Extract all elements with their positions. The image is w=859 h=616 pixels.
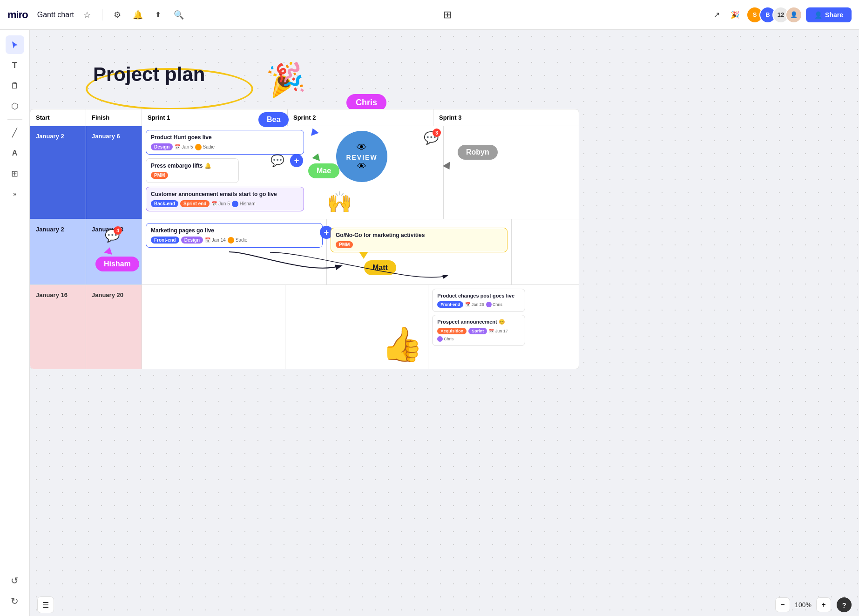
- settings-icon[interactable]: ⚙: [110, 7, 125, 22]
- help-button[interactable]: ?: [837, 597, 852, 612]
- star-icon[interactable]: ☆: [80, 7, 95, 22]
- zoom-out-button[interactable]: −: [775, 597, 790, 612]
- divider: [102, 9, 102, 20]
- col-header-start: Start: [30, 109, 86, 126]
- task-prospect-announcement[interactable]: Prospect announcement 😊 Acquisition Spri…: [432, 315, 525, 346]
- col-header-sprint2: Sprint 2: [288, 109, 433, 126]
- toolbar-divider: [7, 119, 22, 120]
- undo-area: ↺ ↻: [6, 571, 24, 610]
- gantt-table: Start Finish Sprint 1 Sprint 2 Sprint 3 …: [30, 109, 579, 369]
- chat-icon-1[interactable]: 💬: [271, 154, 284, 167]
- task-customer-announcement[interactable]: Customer announcement emails start to go…: [146, 187, 304, 211]
- task-marketing-pages[interactable]: Marketing pages go live Front-end Design…: [146, 223, 323, 248]
- sadie-avatar2: [228, 237, 234, 244]
- hisham-bubble[interactable]: Hisham: [95, 257, 139, 271]
- topbar-center: ⊞: [440, 7, 455, 22]
- row3-finish: January 20: [86, 285, 142, 369]
- thumbs-up-sticker: 👍: [381, 325, 423, 364]
- add-task-plus[interactable]: +: [290, 154, 303, 167]
- upload-icon[interactable]: ⬆: [151, 7, 166, 22]
- project-plan-title: Project plan: [93, 63, 205, 86]
- search-icon[interactable]: 🔍: [171, 7, 186, 22]
- canvas-area: T 🗒 ⬡ ╱ A ⊞ » ↺ ↻ Project plan 🎉 Chris +…: [0, 30, 859, 616]
- text2-tool[interactable]: A: [6, 144, 24, 162]
- row1-start: January 2: [30, 126, 86, 219]
- row3-sprint1: [142, 285, 285, 369]
- chat-badge-4[interactable]: 💬 4: [105, 229, 120, 243]
- party-icon: 🎉: [264, 59, 307, 100]
- chris-avatar-mini2: [437, 336, 443, 342]
- col-header-finish: Finish: [86, 109, 142, 126]
- hands-emoji: 🙌: [327, 190, 352, 214]
- add-widget-icon[interactable]: ⊞: [440, 7, 455, 22]
- chris-avatar-mini: [486, 302, 492, 307]
- gantt-header-row: Start Finish Sprint 1 Sprint 2 Sprint 3: [30, 109, 579, 126]
- row2-start: January 2: [30, 219, 86, 284]
- board-content[interactable]: Project plan 🎉 Chris + Milestone → Depen…: [30, 30, 859, 616]
- task-product-hunt[interactable]: Product Hunt goes live Design 📅 Jan 5 Sa…: [146, 130, 304, 155]
- sadie-avatar: [195, 144, 202, 150]
- redo-button[interactable]: ↻: [6, 592, 24, 610]
- topbar-right: ↗ 🎉 S B 12 👤 👤 Share: [709, 7, 852, 23]
- row3-sprint2: 👍: [285, 285, 429, 369]
- row2-sprint2: Go/No-Go for marketing activities PMM Ma…: [327, 219, 512, 284]
- row1-sprint3: Robyn: [444, 126, 579, 219]
- mae-bubble[interactable]: Mae: [308, 163, 339, 178]
- gantt-row-2: January 2 January 13 💬 4 Hisham Marketi: [30, 219, 579, 285]
- text-tool[interactable]: T: [6, 56, 24, 74]
- line-tool[interactable]: ╱: [6, 123, 24, 142]
- col-header-sprint3: Sprint 3: [433, 109, 579, 126]
- notifications-icon[interactable]: 🔔: [130, 7, 145, 22]
- left-toolbar: T 🗒 ⬡ ╱ A ⊞ » ↺ ↻: [0, 30, 30, 616]
- row3-sprint3: Product changes post goes live Front-end…: [428, 285, 579, 369]
- share-icon: 👤: [814, 11, 822, 19]
- more-tools[interactable]: »: [6, 185, 24, 203]
- title-container: Project plan: [81, 58, 267, 104]
- gantt-row-3: January 16 January 20 👍: [30, 285, 579, 369]
- row1-finish: January 6: [86, 126, 142, 219]
- undo-button[interactable]: ↺: [6, 571, 24, 590]
- pointer-icon[interactable]: ↗: [709, 7, 724, 22]
- bottom-bar: ☰ − 100% + ?: [30, 594, 859, 616]
- frame-tool[interactable]: ⊞: [6, 164, 24, 183]
- row1-sprint2: 👁 REVIEW 👁 🙌 Mae 💬 3: [308, 126, 444, 219]
- notification-badge-1[interactable]: 💬 3: [424, 131, 439, 145]
- zoom-value: 100%: [794, 601, 812, 609]
- sidebar-toggle[interactable]: ☰: [37, 596, 54, 613]
- task-press-embargo[interactable]: Press embargo lifts 🔔 PMM: [146, 158, 239, 183]
- zoom-controls: − 100% +: [775, 597, 831, 612]
- sticky-tool[interactable]: 🗒: [6, 76, 24, 95]
- topbar: miro Gantt chart ☆ ⚙ 🔔 ⬆ 🔍 ⊞ ↗ 🎉 S B 12 …: [0, 0, 859, 30]
- robyn-bubble[interactable]: Robyn: [458, 145, 498, 160]
- share-button[interactable]: 👤 Share: [806, 7, 852, 22]
- row2-sprint3: [512, 219, 579, 284]
- row1-sprint1: Bea Product Hunt goes live Design 📅 Jan …: [142, 126, 308, 219]
- row3-start: January 16: [30, 285, 86, 369]
- matt-cursor: [359, 252, 368, 259]
- zoom-in-button[interactable]: +: [816, 597, 831, 612]
- review-badge: 👁 REVIEW 👁: [336, 131, 387, 182]
- matt-bubble[interactable]: Matt: [364, 260, 396, 275]
- gantt-row-1: January 2 January 6 Bea Product Hunt goe…: [30, 126, 579, 219]
- cursor-tool[interactable]: [6, 35, 24, 54]
- board-title: Gantt chart: [37, 11, 74, 19]
- hisham-avatar-mini: [232, 201, 238, 207]
- shapes-tool[interactable]: ⬡: [6, 97, 24, 115]
- task-go-nogo[interactable]: Go/No-Go for marketing activities PMM: [331, 228, 507, 252]
- avatar-3: 👤: [785, 7, 802, 23]
- mae-cursor: [312, 152, 322, 161]
- robyn-cursor: [443, 162, 453, 171]
- topbar-left: miro Gantt chart ☆ ⚙ 🔔 ⬆ 🔍: [7, 7, 186, 22]
- avatar-group: S B 12 👤: [746, 7, 802, 23]
- celebrate-icon[interactable]: 🎉: [728, 7, 743, 22]
- bea-bubble[interactable]: Bea: [258, 112, 289, 127]
- miro-logo: miro: [7, 9, 28, 21]
- task-product-changes[interactable]: Product changes post goes live Front-end…: [432, 289, 525, 312]
- row2-sprint1: 💬 4 Hisham Marketing pages go live Front…: [142, 219, 327, 284]
